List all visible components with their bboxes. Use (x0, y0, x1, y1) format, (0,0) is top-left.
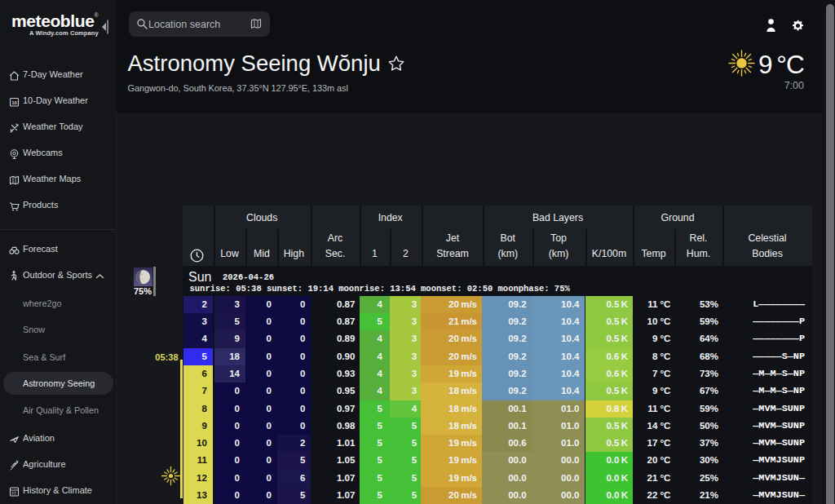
svg-text:10: 10 (11, 99, 17, 104)
